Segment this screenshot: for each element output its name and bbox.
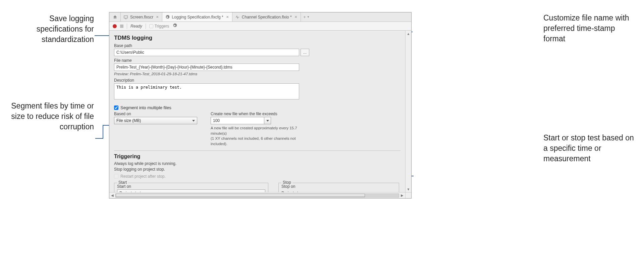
scroll-corner <box>405 192 411 198</box>
chevron-down-icon <box>192 120 195 122</box>
home-button[interactable] <box>109 12 121 22</box>
base-path-input[interactable] <box>114 49 299 56</box>
tab-label: Screen.flxscr <box>130 15 153 19</box>
segment-checkbox[interactable] <box>114 105 118 110</box>
horizontal-scrollbar[interactable]: ◀ ▶ <box>109 192 405 198</box>
start-on-label: Start on <box>117 184 265 189</box>
trigger-settings-button[interactable] <box>172 23 177 29</box>
based-on-select[interactable]: File size (MB) <box>114 117 197 124</box>
file-name-preview: Preview: Prelim-Test_2018-01-29-18-21-47… <box>114 72 400 76</box>
based-on-label: Based on <box>114 112 197 116</box>
scroll-track[interactable] <box>115 194 399 198</box>
tab-screen[interactable]: Screen.flxscr ✕ <box>121 12 162 22</box>
screen-icon <box>123 15 128 19</box>
restart-project-checkbox: Restart project after stop. <box>114 174 400 179</box>
panel-content: TDMS logging Base path … File name Previ… <box>109 31 405 192</box>
callout-filename: Customize file name with preferred time-… <box>543 13 634 44</box>
start-legend: Start <box>117 180 128 185</box>
vertical-scrollbar[interactable]: ▲ ▼ <box>405 31 411 192</box>
app-window: Screen.flxscr ✕ Logging Specification.fl… <box>109 12 412 199</box>
tab-logging-spec[interactable]: Logging Specification.flxcfg * ✕ <box>162 12 232 22</box>
divider <box>114 150 400 151</box>
exceed-value[interactable]: 100 <box>211 117 264 124</box>
section-title-tdms: TDMS logging <box>114 35 400 41</box>
callout-start-stop: Start or stop test based on a specific t… <box>543 133 634 164</box>
triggering-note: Always log while project is running. Sto… <box>114 161 400 173</box>
scroll-left-button[interactable]: ◀ <box>109 194 115 197</box>
section-title-triggering: Triggering <box>114 154 400 160</box>
scroll-right-button[interactable]: ▶ <box>399 194 405 197</box>
leader-line <box>103 125 103 138</box>
leader-line <box>95 138 103 139</box>
segment-label: Segment into multiple files <box>120 105 171 110</box>
start-on-select[interactable]: Project start <box>117 189 265 192</box>
panel-body: TDMS logging Base path … File name Previ… <box>109 31 411 198</box>
tab-channel-spec[interactable]: Channel Specification.flxio * ✕ <box>232 12 301 22</box>
stop-on-label: Stop on <box>281 184 396 189</box>
channel-icon <box>235 15 240 19</box>
close-icon[interactable]: ✕ <box>225 15 229 19</box>
based-on-value: File size (MB) <box>116 118 141 123</box>
stop-fieldset: Stop Stop on Project stop <box>278 183 399 192</box>
scroll-down-button[interactable]: ▼ <box>406 186 411 192</box>
segment-hint: A new file will be created approximately… <box>211 126 311 146</box>
close-icon[interactable]: ✕ <box>294 15 298 19</box>
divider <box>146 24 146 29</box>
stop-legend: Stop <box>281 180 292 185</box>
stop-on-display: Project stop <box>281 189 396 192</box>
exceed-input[interactable]: 100 <box>211 117 311 124</box>
triggers-checkbox-input[interactable] <box>149 24 153 28</box>
tab-label: Logging Specification.flxcfg * <box>172 15 223 19</box>
chevron-down-icon <box>266 120 269 122</box>
file-name-label: File name <box>114 58 400 63</box>
home-icon <box>113 15 117 19</box>
status-label: Ready <box>130 24 142 29</box>
description-label: Description <box>114 78 400 83</box>
triggers-checkbox[interactable]: Triggers <box>149 24 169 29</box>
scroll-track[interactable] <box>406 37 411 186</box>
svg-rect-0 <box>124 15 128 18</box>
gear-icon <box>165 15 170 19</box>
record-button[interactable] <box>113 24 117 28</box>
start-fieldset: Start Start on Project start <box>114 183 268 192</box>
scroll-thumb[interactable] <box>116 194 365 197</box>
tab-label: Channel Specification.flxio * <box>242 15 292 19</box>
base-path-label: Base path <box>114 43 400 48</box>
tab-bar: Screen.flxscr ✕ Logging Specification.fl… <box>109 12 411 22</box>
divider <box>127 24 127 29</box>
description-input[interactable] <box>114 83 299 99</box>
close-icon[interactable]: ✕ <box>155 15 159 19</box>
gear-icon <box>172 23 177 28</box>
spin-control[interactable] <box>264 117 271 124</box>
triggers-label: Triggers <box>155 24 169 29</box>
file-name-input[interactable] <box>114 63 299 71</box>
callout-save-spec: Save logging specifications for standard… <box>3 13 94 45</box>
callout-segment: Segment files by time or size to reduce … <box>3 101 94 132</box>
scroll-up-button[interactable]: ▲ <box>406 31 411 37</box>
add-tab-button[interactable]: + ▼ <box>301 12 312 22</box>
restart-checkbox-input <box>114 174 118 178</box>
exceed-label: Create new file when the file exceeds <box>211 112 311 116</box>
toolbar: Ready Triggers <box>109 22 411 31</box>
restart-label: Restart project after stop. <box>120 174 166 179</box>
browse-button[interactable]: … <box>301 49 309 56</box>
stop-button[interactable] <box>120 25 123 28</box>
